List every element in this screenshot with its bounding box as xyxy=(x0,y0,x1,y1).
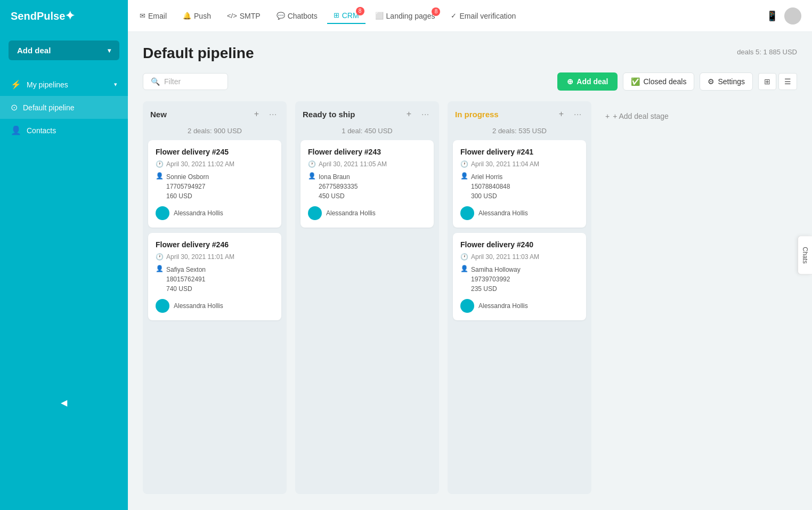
assignee-avatar-245 xyxy=(156,206,169,220)
column-header-ready: Ready to ship + ··· xyxy=(295,101,439,125)
contact-phone-246: 18015762491 xyxy=(166,274,206,284)
deal-card-245[interactable]: Flower delivery #245 🕐 April 30, 2021 11… xyxy=(148,140,281,228)
add-stage-icon: + xyxy=(605,112,610,120)
landing-badge: 8 xyxy=(432,7,440,16)
sidebar-label-contacts: Contacts xyxy=(27,126,56,135)
deal-card-241[interactable]: Flower delivery #241 🕐 April 30, 2021 11… xyxy=(453,140,586,228)
person-icon-241: 👤 xyxy=(460,172,468,180)
email-icon: ✉ xyxy=(140,12,145,20)
crm-icon: ⊞ xyxy=(334,11,339,19)
column-add-button-new[interactable]: + xyxy=(250,108,263,120)
sidebar-label-pipelines: My pipelines xyxy=(27,80,68,89)
column-menu-button-ready[interactable]: ··· xyxy=(419,109,432,119)
closed-deals-label: Closed deals xyxy=(643,77,686,86)
person-icon-240: 👤 xyxy=(460,265,468,272)
assignee-name-246: Alessandra Hollis xyxy=(174,302,223,310)
assignee-name-245: Alessandra Hollis xyxy=(174,209,223,217)
list-view-button[interactable]: ☰ xyxy=(778,73,797,90)
settings-icon: ⚙ xyxy=(708,77,714,86)
page-title: Default pipeline xyxy=(143,45,254,62)
collapse-button[interactable]: ◀ xyxy=(61,398,67,408)
kanban-view-button[interactable]: ⊞ xyxy=(758,73,776,90)
person-icon: 👤 xyxy=(156,172,164,180)
add-stage-button[interactable]: + + Add deal stage xyxy=(600,109,674,124)
topnav: SendPulse✦ ✉ Email 🔔 Push </> SMTP 💬 Cha… xyxy=(0,0,812,32)
nav-item-crm[interactable]: ⊞ CRM 8 xyxy=(327,8,366,24)
column-add-button-in-progress[interactable]: + xyxy=(555,108,567,120)
contact-phone-240: 19739703992 xyxy=(471,274,521,284)
column-stats-ready: 1 deal: 450 USD xyxy=(295,125,439,140)
deal-date-245: 🕐 April 30, 2021 11:02 AM xyxy=(156,160,274,168)
clock-icon-243: 🕐 xyxy=(308,160,316,168)
deal-contact-246: 👤 Safiya Sexton 18015762491 740 USD xyxy=(156,265,274,294)
deal-amount-246: 740 USD xyxy=(166,284,206,294)
deal-amount-245: 160 USD xyxy=(166,191,209,201)
nav-items: ✉ Email 🔔 Push </> SMTP 💬 Chatbots ⊞ CRM… xyxy=(128,8,766,24)
column-add-button-ready[interactable]: + xyxy=(402,108,415,120)
deal-contact-240: 👤 Samiha Holloway 19739703992 235 USD xyxy=(460,265,579,294)
contact-name-246: Safiya Sexton xyxy=(166,265,206,274)
deal-card-240[interactable]: Flower delivery #240 🕐 April 30, 2021 11… xyxy=(453,233,586,320)
column-new: New + ··· 2 deals: 900 USD Flower delive… xyxy=(143,101,287,494)
column-ready-to-ship: Ready to ship + ··· 1 deal: 450 USD Flow… xyxy=(295,101,439,494)
nav-item-push[interactable]: 🔔 Push xyxy=(176,9,217,23)
clock-icon-246: 🕐 xyxy=(156,253,164,261)
settings-label: Settings xyxy=(718,77,745,86)
contacts-icon: 👤 xyxy=(11,125,21,135)
nav-label-email-verification: Email verification xyxy=(459,12,516,20)
bell-icon: 🔔 xyxy=(183,12,191,20)
contact-name-245: Sonnie Osborn xyxy=(166,172,209,182)
main-layout: Add deal ▾ ⚡ My pipelines ▾ ⊙ Default pi… xyxy=(0,32,812,510)
verification-icon: ✓ xyxy=(451,12,457,20)
pipeline-icon: ⊙ xyxy=(11,102,18,112)
chats-tab[interactable]: Chats xyxy=(798,236,812,274)
deal-assignee-245: Alessandra Hollis xyxy=(156,206,274,220)
column-menu-button-new[interactable]: ··· xyxy=(267,109,279,119)
deal-date-240: 🕐 April 30, 2021 11:03 AM xyxy=(460,253,579,261)
add-deal-arrow-icon: ▾ xyxy=(108,47,111,54)
assignee-avatar-240 xyxy=(460,299,474,313)
closed-deals-button[interactable]: ✅ Closed deals xyxy=(623,72,694,91)
add-icon: ⊕ xyxy=(567,77,573,86)
filter-input[interactable]: 🔍 Filter xyxy=(143,73,228,90)
add-deal-button[interactable]: Add deal ▾ xyxy=(9,41,119,60)
crm-badge: 8 xyxy=(356,7,364,15)
sidebar-item-contacts[interactable]: 👤 Contacts xyxy=(0,119,128,142)
deal-contact-245: 👤 Sonnie Osborn 17705794927 160 USD xyxy=(156,172,274,201)
deal-contact-241: 👤 Ariel Horris 15078840848 300 USD xyxy=(460,172,579,201)
nav-item-email-verification[interactable]: ✓ Email verification xyxy=(444,9,522,23)
deal-assignee-243: Alessandra Hollis xyxy=(308,206,426,220)
column-menu-button-in-progress[interactable]: ··· xyxy=(572,109,584,119)
column-stats-in-progress: 2 deals: 535 USD xyxy=(448,125,591,140)
assignee-avatar-241 xyxy=(460,206,474,220)
column-header-new: New + ··· xyxy=(143,101,287,125)
sidebar-nav: ⚡ My pipelines ▾ ⊙ Default pipeline 👤 Co… xyxy=(0,73,128,142)
column-cards-ready: Flower delivery #243 🕐 April 30, 2021 11… xyxy=(295,140,439,233)
logo[interactable]: SendPulse✦ xyxy=(0,0,128,32)
contact-name-240: Samiha Holloway xyxy=(471,265,521,274)
settings-button[interactable]: ⚙ Settings xyxy=(700,72,753,91)
sidebar-item-pipelines[interactable]: ⚡ My pipelines ▾ xyxy=(0,73,128,96)
nav-item-smtp[interactable]: </> SMTP xyxy=(221,9,267,23)
device-icon[interactable]: 📱 xyxy=(766,10,778,22)
deal-card-243[interactable]: Flower delivery #243 🕐 April 30, 2021 11… xyxy=(301,140,434,228)
topnav-right: 📱 xyxy=(766,7,801,25)
clock-icon-241: 🕐 xyxy=(460,160,468,168)
nav-item-email[interactable]: ✉ Email xyxy=(133,9,173,23)
nav-item-chatbots[interactable]: 💬 Chatbots xyxy=(270,9,324,23)
assignee-avatar-243 xyxy=(308,206,322,220)
deal-title-240: Flower delivery #240 xyxy=(460,240,579,249)
deal-date-241: 🕐 April 30, 2021 11:04 AM xyxy=(460,160,579,168)
column-title-new: New xyxy=(150,110,246,119)
add-deal-toolbar-button[interactable]: ⊕ Add deal xyxy=(557,72,618,91)
deal-card-246[interactable]: Flower delivery #246 🕐 April 30, 2021 11… xyxy=(148,233,281,320)
kanban-board: New + ··· 2 deals: 900 USD Flower delive… xyxy=(143,101,797,510)
contact-name-243: Iona Braun xyxy=(319,172,358,182)
view-toggle: ⊞ ☰ xyxy=(758,73,797,90)
sidebar-item-default-pipeline[interactable]: ⊙ Default pipeline xyxy=(0,96,128,119)
nav-item-landing[interactable]: ⬜ Landing pages 8 xyxy=(369,9,442,23)
avatar[interactable] xyxy=(784,7,801,25)
column-title-ready: Ready to ship xyxy=(303,110,398,119)
logo-text: SendPulse✦ xyxy=(11,9,75,23)
add-stage-label: + Add deal stage xyxy=(613,112,669,120)
